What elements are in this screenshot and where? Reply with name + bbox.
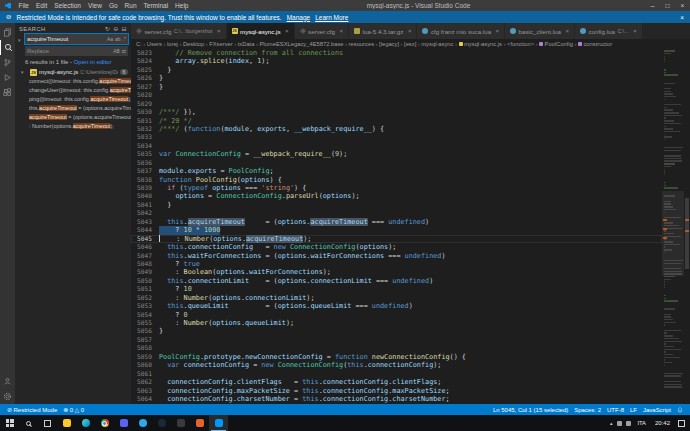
- line-number[interactable]: 5034: [131, 142, 159, 150]
- line-number[interactable]: 5061: [131, 370, 159, 378]
- line-number[interactable]: 5059: [131, 353, 159, 361]
- encoding[interactable]: UTF-8: [604, 407, 627, 413]
- line-number[interactable]: 5027: [131, 83, 159, 91]
- line-number[interactable]: 5049: [131, 268, 159, 276]
- notifications-bell-icon[interactable]: [674, 407, 686, 413]
- breadcrumb-item[interactable]: [legacy]: [379, 41, 399, 47]
- minimap-slider[interactable]: [662, 191, 684, 276]
- learn-more-link[interactable]: Learn More: [315, 14, 348, 21]
- code-line[interactable]: 5026}: [131, 74, 662, 82]
- taskbar-file-explorer[interactable]: [57, 415, 76, 431]
- taskbar-search[interactable]: [19, 415, 38, 431]
- line-number[interactable]: 5039: [131, 184, 159, 192]
- collapse-results-icon[interactable]: ⊟: [122, 25, 127, 32]
- menu-file[interactable]: File: [15, 2, 32, 9]
- code-line[interactable]: 5060 var connectionConfig = new Connecti…: [131, 361, 662, 369]
- minimize-button[interactable]: –: [645, 2, 660, 9]
- line-number[interactable]: 5029: [131, 100, 159, 108]
- line-number[interactable]: 5026: [131, 74, 159, 82]
- search-result[interactable]: : Number(options.acquireTimeout);: [15, 122, 131, 131]
- tab-basic-client-lua[interactable]: basic_client.lua×: [505, 23, 575, 39]
- code-line[interactable]: 5062 connectionConfig.clientFlags = this…: [131, 378, 662, 386]
- breadcrumb-item[interactable]: PlumeESXLegacy_4E5872.base: [259, 41, 343, 47]
- restricted-mode-status[interactable]: ⊘ Restricted Mode: [4, 406, 60, 413]
- replace-input[interactable]: [27, 48, 111, 54]
- result-file-row[interactable]: ▾ JS mysql-async.js C:\Users\lorej\Deskt…: [15, 67, 131, 77]
- code-line[interactable]: 5042: [131, 209, 662, 217]
- code-line[interactable]: 5050 this.connectionLimit = (options.con…: [131, 277, 662, 285]
- line-number[interactable]: 5056: [131, 327, 159, 335]
- taskbar-telegram[interactable]: [133, 415, 152, 431]
- menu-terminal[interactable]: Terminal: [140, 2, 172, 9]
- code-line[interactable]: 5040 options = ConnectionConfig.parseUrl…: [131, 192, 662, 200]
- preserve-case-icon[interactable]: AB: [113, 48, 120, 54]
- clock[interactable]: 20:42: [650, 420, 675, 426]
- maximize-button[interactable]: □: [660, 2, 675, 9]
- code-line[interactable]: 5037module.exports = PoolConfig;: [131, 167, 662, 175]
- code-line[interactable]: 5030/***/ }),: [131, 108, 662, 116]
- code-line[interactable]: 5063 connectionConfig.maxPacketSize = th…: [131, 387, 662, 395]
- banner-close-icon[interactable]: ×: [680, 14, 684, 21]
- code-line[interactable]: 5041 }: [131, 201, 662, 209]
- line-number[interactable]: 5042: [131, 209, 159, 217]
- line-number[interactable]: 5032: [131, 125, 159, 133]
- code-area[interactable]: 5023 // Remove connection from all conne…: [131, 49, 662, 404]
- menu-view[interactable]: View: [84, 2, 105, 9]
- line-number[interactable]: 5044: [131, 226, 159, 234]
- line-number[interactable]: 5062: [131, 378, 159, 386]
- breadcrumb-item[interactable]: lorej: [167, 41, 178, 47]
- code-line[interactable]: 5052 : Number(options.connectionLimit);: [131, 294, 662, 302]
- line-number[interactable]: 5057: [131, 336, 159, 344]
- breadcrumb-item[interactable]: constructor: [578, 41, 612, 47]
- code-line[interactable]: 5023 // Remove connection from all conne…: [131, 49, 662, 57]
- code-line[interactable]: 5046 this.connectionConfig = new Connect…: [131, 243, 662, 251]
- taskbar-vscode[interactable]: [209, 415, 228, 431]
- line-number[interactable]: 5037: [131, 167, 159, 175]
- breadcrumb-item[interactable]: Desktop: [183, 41, 204, 47]
- replace-all-icon[interactable]: ⇄: [122, 48, 126, 54]
- activity-explorer[interactable]: [0, 25, 15, 40]
- language-mode[interactable]: JavaScript: [640, 407, 674, 413]
- line-number[interactable]: 5050: [131, 277, 159, 285]
- code-line[interactable]: 5032/***/ (function(module, exports, __w…: [131, 125, 662, 133]
- toggle-replace-chevron[interactable]: ▾: [18, 34, 25, 56]
- whole-word-icon[interactable]: ab: [115, 36, 121, 42]
- line-number[interactable]: 5055: [131, 319, 159, 327]
- tab-server-cfg[interactable]: server.cfgC:\...\burgershot×: [131, 23, 227, 39]
- notification-center-icon[interactable]: [678, 420, 685, 427]
- tab-close-icon[interactable]: ×: [633, 28, 637, 34]
- line-number[interactable]: 5058: [131, 344, 159, 352]
- code-line[interactable]: 5047 this.waitForConnections = (options.…: [131, 252, 662, 260]
- tab-cfg-franz-mio-suca-lua[interactable]: cfg franz mio suca.lua×: [417, 23, 505, 39]
- regex-icon[interactable]: .*: [123, 36, 126, 42]
- code-line[interactable]: 5055 : Number(options.queueLimit);: [131, 319, 662, 327]
- match-case-icon[interactable]: Aa: [107, 36, 113, 42]
- line-number[interactable]: 5038: [131, 176, 159, 184]
- code-line[interactable]: 5029: [131, 100, 662, 108]
- breadcrumb-item[interactable]: mysql-async.js: [459, 41, 503, 47]
- tray-icon-2[interactable]: [626, 421, 631, 426]
- tab-close-icon[interactable]: ×: [565, 28, 569, 34]
- eol[interactable]: LF: [627, 407, 640, 413]
- line-number[interactable]: 5030: [131, 108, 159, 116]
- line-number[interactable]: 5025: [131, 66, 159, 74]
- search-result[interactable]: acquireTimeout = (options.acquireTimeout…: [15, 113, 131, 122]
- line-number[interactable]: 5063: [131, 387, 159, 395]
- activity-account[interactable]: [0, 374, 15, 389]
- taskbar-steam[interactable]: [152, 415, 171, 431]
- search-result[interactable]: this.acquireTimeout = (options.acquireTi…: [15, 104, 131, 113]
- activity-extensions[interactable]: [0, 85, 15, 100]
- line-number[interactable]: 5028: [131, 91, 159, 99]
- line-number[interactable]: 5054: [131, 311, 159, 319]
- line-number[interactable]: 5033: [131, 133, 159, 141]
- indentation[interactable]: Spaces: 2: [571, 407, 604, 413]
- breadcrumb-item[interactable]: [esx]: [404, 41, 416, 47]
- line-number[interactable]: 5041: [131, 201, 159, 209]
- line-number[interactable]: 5064: [131, 395, 159, 403]
- menu-run[interactable]: Run: [121, 2, 140, 9]
- code-line[interactable]: 5048 ? true: [131, 260, 662, 268]
- line-number[interactable]: 5024: [131, 57, 159, 65]
- code-line[interactable]: 5044 ? 10 * 1000: [131, 226, 662, 234]
- breadcrumb-item[interactable]: txData: [238, 41, 255, 47]
- line-number[interactable]: 5051: [131, 285, 159, 293]
